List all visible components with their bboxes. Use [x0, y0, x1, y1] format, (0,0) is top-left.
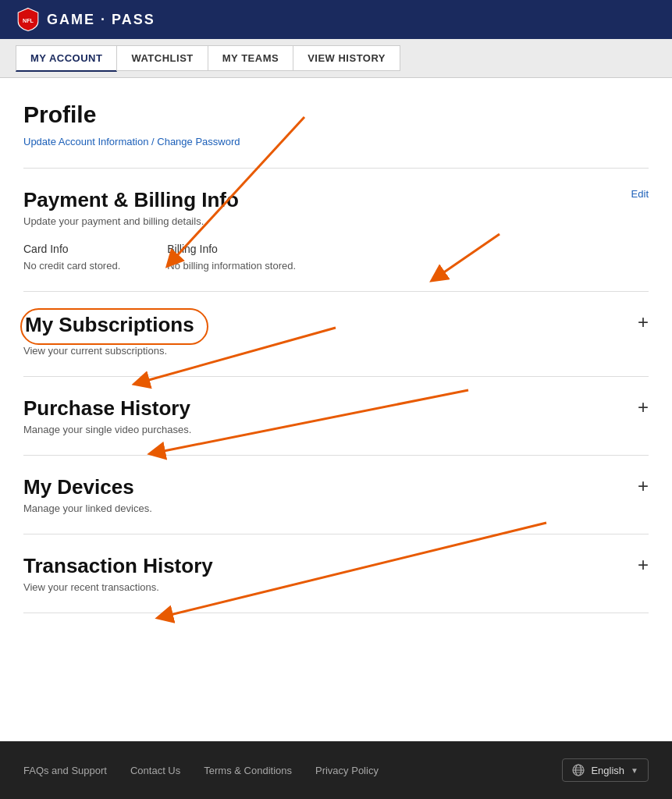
billing-info-value: No billing information stored. — [167, 260, 296, 272]
card-info-col: Card Info No credit card stored. — [23, 243, 120, 272]
payment-cols: Card Info No credit card stored. Billing… — [23, 243, 649, 272]
nfl-shield-icon: NFL — [16, 7, 41, 32]
game-pass-logo-text: GAME · PASS — [47, 12, 155, 28]
footer-terms-link[interactable]: Terms & Conditions — [204, 765, 292, 776]
profile-title: Profile — [23, 101, 649, 128]
subscriptions-subtitle: View your current subscriptions. — [23, 345, 638, 357]
purchase-history-section[interactable]: Purchase History Manage your single vide… — [23, 377, 649, 456]
nav-bar: MY ACCOUNT WATCHLIST MY TEAMS VIEW HISTO… — [0, 39, 672, 78]
transaction-history-expand-icon[interactable]: + — [638, 556, 649, 574]
card-info-label: Card Info — [23, 243, 120, 255]
subscriptions-title: My Subscriptions — [25, 313, 194, 337]
payment-section: Edit Payment & Billing Info Update your … — [23, 169, 649, 292]
footer-right: English ▼ — [562, 758, 649, 782]
purchase-history-expand-icon[interactable]: + — [638, 398, 649, 417]
footer: FAQs and Support Contact Us Terms & Cond… — [0, 741, 672, 799]
footer-faqs-link[interactable]: FAQs and Support — [23, 765, 107, 776]
purchase-history-subtitle: Manage your single video purchases. — [23, 424, 638, 435]
billing-info-label: Billing Info — [167, 243, 296, 255]
devices-subtitle: Manage your linked devices. — [23, 502, 638, 514]
billing-info-col: Billing Info No billing information stor… — [167, 243, 296, 272]
header: NFL GAME · PASS — [0, 0, 672, 39]
footer-contact-link[interactable]: Contact Us — [130, 765, 180, 776]
payment-subtitle: Update your payment and billing details. — [23, 215, 649, 227]
card-info-value: No credit card stored. — [23, 260, 120, 272]
logo-area: NFL GAME · PASS — [16, 7, 155, 32]
tab-view-history[interactable]: VIEW HISTORY — [293, 45, 400, 71]
purchase-history-title: Purchase History — [23, 396, 638, 421]
devices-section[interactable]: My Devices Manage your linked devices. + — [23, 456, 649, 534]
subscriptions-content: My Subscriptions View your current subsc… — [23, 311, 638, 357]
tab-my-teams[interactable]: MY TEAMS — [208, 45, 293, 71]
subscriptions-section[interactable]: My Subscriptions View your current subsc… — [23, 292, 649, 377]
update-account-link[interactable]: Update Account Information / Change Pass… — [23, 136, 240, 147]
transaction-history-content: Transaction History View your recent tra… — [23, 554, 638, 593]
devices-title: My Devices — [23, 475, 638, 499]
transaction-history-subtitle: View your recent transactions. — [23, 581, 638, 593]
footer-privacy-link[interactable]: Privacy Policy — [315, 765, 379, 776]
purchase-history-content: Purchase History Manage your single vide… — [23, 396, 638, 435]
svg-text:NFL: NFL — [23, 18, 34, 24]
devices-content: My Devices Manage your linked devices. — [23, 475, 638, 514]
tab-watchlist[interactable]: WATCHLIST — [116, 45, 208, 71]
subscriptions-highlight: My Subscriptions — [20, 308, 208, 345]
page-wrapper: Profile Update Account Information / Cha… — [0, 78, 672, 741]
subscriptions-expand-icon[interactable]: + — [638, 313, 649, 332]
language-label: English — [591, 765, 624, 776]
devices-expand-icon[interactable]: + — [638, 477, 649, 495]
edit-payment-link[interactable]: Edit — [631, 188, 649, 200]
tab-my-account[interactable]: MY ACCOUNT — [16, 45, 117, 72]
language-selector[interactable]: English ▼ — [562, 758, 649, 782]
chevron-down-icon: ▼ — [631, 766, 638, 775]
main-content: Profile Update Account Information / Cha… — [0, 78, 672, 741]
footer-links: FAQs and Support Contact Us Terms & Cond… — [23, 765, 379, 776]
transaction-history-title: Transaction History — [23, 554, 638, 578]
globe-icon — [572, 764, 585, 776]
profile-section: Profile Update Account Information / Cha… — [23, 101, 649, 169]
payment-title: Payment & Billing Info — [23, 188, 649, 212]
transaction-history-section[interactable]: Transaction History View your recent tra… — [23, 534, 649, 613]
